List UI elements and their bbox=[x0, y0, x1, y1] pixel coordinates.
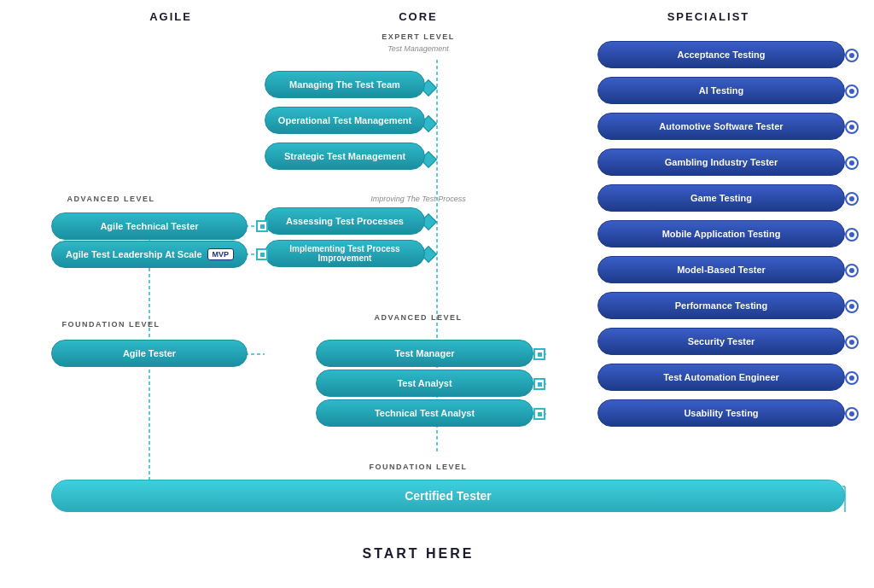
sq-technical-analyst bbox=[533, 408, 545, 420]
specialist-header: SPECIALIST bbox=[597, 10, 819, 23]
start-here-label: START HERE bbox=[333, 546, 504, 562]
pill-ai-testing[interactable]: AI Testing bbox=[597, 77, 845, 104]
circle-acceptance[interactable] bbox=[845, 49, 859, 62]
pill-automotive[interactable]: Automotive Software Tester bbox=[597, 113, 845, 140]
pill-automation[interactable]: Test Automation Engineer bbox=[597, 364, 845, 391]
circle-security[interactable] bbox=[845, 335, 859, 349]
pill-technical-analyst[interactable]: Technical Test Analyst bbox=[316, 399, 533, 427]
pill-gambling[interactable]: Gambling Industry Tester bbox=[597, 148, 845, 176]
circle-model[interactable] bbox=[845, 264, 859, 277]
pill-security[interactable]: Security Tester bbox=[597, 328, 845, 355]
core-header: CORE bbox=[333, 10, 504, 23]
pill-operational[interactable]: Operational Test Management bbox=[265, 107, 425, 134]
pill-agile-tester[interactable]: Agile Tester bbox=[51, 340, 248, 367]
sq-agile-leadership bbox=[256, 248, 268, 260]
circle-game[interactable] bbox=[845, 192, 859, 206]
mvp-badge: MVP bbox=[207, 248, 235, 260]
circle-performance[interactable] bbox=[845, 300, 859, 313]
sq-test-analyst bbox=[533, 378, 545, 390]
expert-level-label: EXPERT LEVEL bbox=[333, 32, 504, 41]
circle-ai[interactable] bbox=[845, 84, 859, 98]
pill-managing-test-team[interactable]: Managing The Test Team bbox=[265, 71, 425, 98]
pill-test-analyst[interactable]: Test Analyst bbox=[316, 370, 533, 397]
pill-game-testing[interactable]: Game Testing bbox=[597, 184, 845, 212]
pill-performance[interactable]: Performance Testing bbox=[597, 292, 845, 319]
pill-implementing[interactable]: Implementing Test Process Improvement bbox=[265, 240, 425, 267]
test-management-sublabel: Test Management bbox=[333, 44, 504, 53]
circle-gambling[interactable] bbox=[845, 156, 859, 170]
circle-automation[interactable] bbox=[845, 371, 859, 385]
pill-agile-leadership[interactable]: Agile Test Leadership At Scale MVP bbox=[51, 241, 248, 268]
pill-assessing[interactable]: Assessing Test Processes bbox=[265, 207, 425, 235]
pill-model-based[interactable]: Model-Based Tester bbox=[597, 256, 845, 283]
core-foundation-label: FOUNDATION LEVEL bbox=[333, 463, 504, 471]
improving-sublabel: Improving The Test Process bbox=[316, 195, 521, 203]
pill-test-manager[interactable]: Test Manager bbox=[316, 340, 533, 367]
pill-certified-tester[interactable]: Certified Tester bbox=[51, 480, 845, 512]
agile-foundation-label: FOUNDATION LEVEL bbox=[34, 320, 188, 329]
circle-automotive[interactable] bbox=[845, 120, 859, 134]
sq-agile-technical bbox=[256, 220, 268, 232]
sq-test-manager bbox=[533, 348, 545, 360]
pill-agile-technical[interactable]: Agile Technical Tester bbox=[51, 212, 248, 240]
pill-mobile[interactable]: Mobile Application Testing bbox=[597, 220, 845, 247]
agile-advanced-label: ADVANCED LEVEL bbox=[34, 195, 188, 203]
pill-strategic[interactable]: Strategic Test Management bbox=[265, 143, 425, 170]
circle-usability[interactable] bbox=[845, 407, 859, 421]
pill-acceptance[interactable]: Acceptance Testing bbox=[597, 41, 845, 68]
diagram: AGILE CORE SPECIALIST EXPERT LEVEL Test … bbox=[0, 0, 874, 588]
circle-mobile[interactable] bbox=[845, 228, 859, 242]
agile-header: AGILE bbox=[85, 10, 256, 23]
core-advanced-label: ADVANCED LEVEL bbox=[333, 313, 504, 322]
pill-usability[interactable]: Usability Testing bbox=[597, 399, 845, 427]
